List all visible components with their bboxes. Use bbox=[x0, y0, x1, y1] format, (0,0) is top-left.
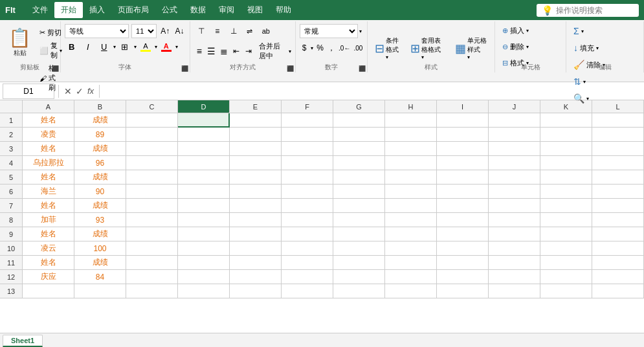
fill-button[interactable]: ↓ 填充 ▾ bbox=[570, 41, 639, 55]
decrease-font-icon[interactable]: A↓ bbox=[173, 24, 185, 38]
row-header[interactable]: 11 bbox=[0, 256, 23, 270]
font-expand-icon[interactable]: ⬛ bbox=[181, 65, 188, 72]
cell-F8[interactable] bbox=[282, 213, 333, 227]
row-header[interactable]: 9 bbox=[0, 227, 23, 241]
cell-K11[interactable] bbox=[540, 256, 592, 270]
cell-F3[interactable] bbox=[282, 142, 333, 156]
cell-D13[interactable] bbox=[178, 284, 230, 298]
merge-center-button[interactable]: 合并后居中 bbox=[256, 39, 287, 63]
cell-F12[interactable] bbox=[282, 270, 333, 284]
cell-H3[interactable] bbox=[385, 142, 437, 156]
font-name-select[interactable]: 等线 bbox=[65, 24, 129, 38]
cell-G11[interactable] bbox=[333, 256, 385, 270]
cell-C12[interactable] bbox=[126, 270, 178, 284]
fill-color-button[interactable]: A bbox=[139, 39, 153, 54]
cell-I12[interactable] bbox=[437, 270, 489, 284]
cell-F9[interactable] bbox=[282, 227, 333, 241]
paste-button[interactable]: 📋 粘贴 bbox=[4, 24, 36, 61]
cell-E13[interactable] bbox=[230, 284, 282, 298]
cell-G5[interactable] bbox=[333, 170, 385, 185]
comma-button[interactable]: ， bbox=[327, 41, 336, 55]
cell-E9[interactable] bbox=[230, 227, 282, 241]
cell-B7[interactable]: 成绩 bbox=[74, 199, 126, 213]
cell-J7[interactable] bbox=[489, 199, 540, 213]
cell-K2[interactable] bbox=[540, 128, 592, 142]
cell-B6[interactable]: 90 bbox=[74, 185, 126, 199]
cell-I6[interactable] bbox=[437, 185, 489, 199]
cell-A13[interactable] bbox=[23, 284, 74, 298]
cell-A11[interactable]: 姓名 bbox=[23, 256, 74, 270]
cell-C5[interactable] bbox=[126, 170, 178, 185]
cell-K5[interactable] bbox=[540, 170, 592, 185]
cell-G12[interactable] bbox=[333, 270, 385, 284]
align-left-icon[interactable]: ≡ bbox=[194, 44, 205, 58]
insert-function-icon[interactable]: fx bbox=[87, 86, 94, 96]
cell-B8[interactable]: 93 bbox=[74, 213, 126, 227]
cell-J6[interactable] bbox=[489, 185, 540, 199]
cell-H8[interactable] bbox=[385, 213, 437, 227]
cell-B11[interactable]: 成绩 bbox=[74, 256, 126, 270]
cell-L10[interactable] bbox=[592, 241, 644, 256]
col-header-d[interactable]: D bbox=[178, 100, 230, 113]
cell-F4[interactable] bbox=[282, 156, 333, 170]
cell-H5[interactable] bbox=[385, 170, 437, 185]
cell-C10[interactable] bbox=[126, 241, 178, 256]
increase-decimal-button[interactable]: .00 bbox=[353, 41, 363, 55]
cell-H4[interactable] bbox=[385, 156, 437, 170]
cell-C6[interactable] bbox=[126, 185, 178, 199]
cell-L5[interactable] bbox=[592, 170, 644, 185]
cell-L1[interactable] bbox=[592, 113, 644, 128]
cell-G13[interactable] bbox=[333, 284, 385, 298]
cell-E6[interactable] bbox=[230, 185, 282, 199]
cell-L13[interactable] bbox=[592, 284, 644, 298]
cell-F11[interactable] bbox=[282, 256, 333, 270]
col-header-c[interactable]: C bbox=[126, 100, 178, 113]
cell-I11[interactable] bbox=[437, 256, 489, 270]
cell-L7[interactable] bbox=[592, 199, 644, 213]
cell-B1[interactable]: 成绩 bbox=[74, 113, 126, 128]
row-header[interactable]: 4 bbox=[0, 156, 23, 170]
cell-E5[interactable] bbox=[230, 170, 282, 185]
currency-dropdown[interactable]: ▾ bbox=[311, 45, 313, 51]
menu-help[interactable]: 帮助 bbox=[269, 2, 298, 18]
percent-button[interactable]: % bbox=[315, 41, 324, 55]
cell-G10[interactable] bbox=[333, 241, 385, 256]
cell-G6[interactable] bbox=[333, 185, 385, 199]
cell-J8[interactable] bbox=[489, 213, 540, 227]
row-header[interactable]: 1 bbox=[0, 113, 23, 128]
confirm-formula-icon[interactable]: ✓ bbox=[76, 86, 83, 96]
cell-B12[interactable]: 84 bbox=[74, 270, 126, 284]
cell-L4[interactable] bbox=[592, 156, 644, 170]
delete-button[interactable]: ⊖ 删除 ▾ bbox=[499, 40, 562, 54]
cell-G2[interactable] bbox=[333, 128, 385, 142]
cell-H2[interactable] bbox=[385, 128, 437, 142]
cell-J12[interactable] bbox=[489, 270, 540, 284]
conditional-format-button[interactable]: ⊟ 条件格式 ▾ bbox=[372, 34, 405, 62]
menu-layout[interactable]: 页面布局 bbox=[111, 2, 155, 18]
font-color-button[interactable]: A bbox=[159, 39, 173, 54]
align-center-icon[interactable]: ☰ bbox=[206, 44, 217, 58]
fill-color-dropdown[interactable]: ▾ bbox=[155, 44, 157, 50]
cell-B9[interactable]: 成绩 bbox=[74, 227, 126, 241]
italic-button[interactable]: I bbox=[81, 39, 95, 54]
cell-G7[interactable] bbox=[333, 199, 385, 213]
row-header[interactable]: 2 bbox=[0, 128, 23, 142]
number-expand-dropdown[interactable]: ▾ bbox=[359, 28, 362, 34]
cell-A7[interactable]: 姓名 bbox=[23, 199, 74, 213]
cell-D5[interactable] bbox=[178, 170, 230, 185]
cell-J11[interactable] bbox=[489, 256, 540, 270]
cell-K10[interactable] bbox=[540, 241, 592, 256]
cell-L8[interactable] bbox=[592, 213, 644, 227]
cell-A8[interactable]: 加菲 bbox=[23, 213, 74, 227]
cell-A5[interactable]: 姓名 bbox=[23, 170, 74, 185]
row-header[interactable]: 7 bbox=[0, 199, 23, 213]
currency-button[interactable]: $ bbox=[300, 41, 309, 55]
table-format-button[interactable]: ⊞ 套用表格格式 ▾ bbox=[407, 34, 449, 62]
cell-I5[interactable] bbox=[437, 170, 489, 185]
cell-H1[interactable] bbox=[385, 113, 437, 128]
cell-B2[interactable]: 89 bbox=[74, 128, 126, 142]
underline-button[interactable]: U bbox=[97, 39, 111, 54]
row-header[interactable]: 13 bbox=[0, 284, 23, 298]
col-header-h[interactable]: H bbox=[385, 100, 437, 113]
cell-I9[interactable] bbox=[437, 227, 489, 241]
